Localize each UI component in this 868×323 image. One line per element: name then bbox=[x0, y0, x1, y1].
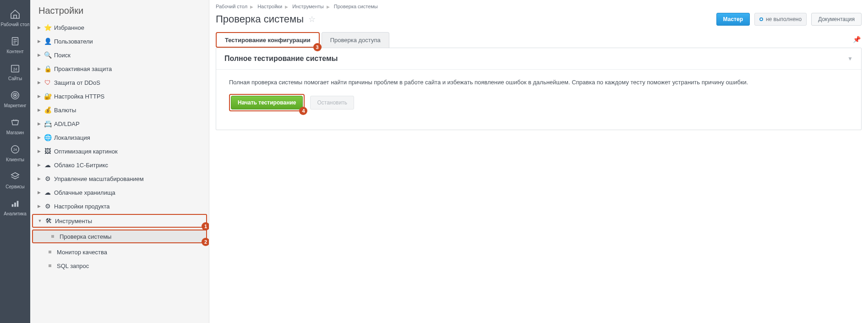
nav-services[interactable]: Сервисы bbox=[0, 166, 30, 193]
tools-icon: 🛠 bbox=[45, 217, 52, 224]
favorite-star-icon[interactable]: ☆ bbox=[308, 14, 316, 24]
svg-rect-16 bbox=[17, 201, 19, 207]
chevron-right-icon: ▶ bbox=[36, 162, 42, 168]
tree-label: Настройки продукта bbox=[54, 203, 110, 210]
start-test-button[interactable]: Начать тестирование bbox=[231, 96, 303, 109]
annotation-badge-3: 3 bbox=[313, 43, 322, 51]
tree-item-search[interactable]: ▶🔍Поиск bbox=[30, 48, 209, 62]
start-button-highlight: Начать тестирование 4 bbox=[229, 94, 305, 111]
chevron-right-icon: ▶ bbox=[36, 107, 42, 113]
nav-sites[interactable]: 24 Сайты bbox=[0, 58, 30, 85]
money-icon: 💰 bbox=[44, 106, 51, 114]
image-icon: 🖼 bbox=[44, 148, 51, 155]
tree-child-quality-monitor[interactable]: Монитор качества bbox=[30, 245, 209, 259]
panel-header[interactable]: Полное тестирование системы ▼ bbox=[216, 48, 861, 70]
storage-icon: ☁ bbox=[44, 189, 51, 196]
chevron-right-icon: ▶ bbox=[36, 175, 42, 182]
breadcrumb-item[interactable]: Настройки bbox=[257, 4, 282, 9]
nav-label: Рабочий стол bbox=[1, 22, 30, 27]
status-indicator: не выполнено bbox=[754, 13, 807, 26]
nav-analytics[interactable]: Аналитика bbox=[0, 193, 30, 220]
tree-item-adldap[interactable]: ▶📇AD/LDAP bbox=[30, 117, 209, 131]
panel-description: Полная проверка системы помогает найти п… bbox=[229, 79, 848, 86]
tree-item-currency[interactable]: ▶💰Валюты bbox=[30, 103, 209, 117]
shield-icon: 🛡 bbox=[44, 79, 51, 86]
tree-item-storage[interactable]: ▶☁Облачные хранилища bbox=[30, 186, 209, 199]
tab-config-test[interactable]: Тестирование конфигурации 3 bbox=[216, 32, 320, 48]
breadcrumb-item[interactable]: Инструменты bbox=[292, 4, 324, 9]
tree-item-favorites[interactable]: ▶⭐Избранное bbox=[30, 21, 209, 34]
chevron-down-icon: ▼ bbox=[847, 55, 853, 62]
svg-rect-14 bbox=[12, 204, 14, 207]
chevron-right-icon: ▶ bbox=[327, 5, 330, 9]
tab-label: Тестирование конфигурации bbox=[225, 37, 311, 44]
nav-desktop[interactable]: Рабочий стол bbox=[0, 4, 30, 31]
tree-item-ddos[interactable]: ▶🛡Защита от DDoS bbox=[30, 76, 209, 89]
nav-label: Аналитика bbox=[4, 211, 27, 216]
tree-child-system-check[interactable]: Проверка системы 2 bbox=[32, 230, 207, 243]
tree-item-cloud[interactable]: ▶☁Облако 1С-Битрикс bbox=[30, 158, 209, 172]
scale-icon: ⚙ bbox=[44, 175, 51, 182]
annotation-badge-2: 2 bbox=[202, 238, 209, 246]
tree-item-tools[interactable]: ▼ 🛠 Инструменты 1 bbox=[32, 214, 207, 228]
house-icon bbox=[9, 8, 21, 20]
tree-item-imgopt[interactable]: ▶🖼Оптимизация картинок bbox=[30, 144, 209, 158]
user-icon: 👤 bbox=[44, 38, 51, 45]
breadcrumb-item[interactable]: Проверка системы bbox=[334, 4, 378, 9]
tree-label: Настройка HTTPS bbox=[54, 93, 104, 100]
cart-icon bbox=[9, 116, 21, 128]
tree-child-sql[interactable]: SQL запрос bbox=[30, 259, 209, 273]
tree-item-productsettings[interactable]: ▶⚙Настройки продукта bbox=[30, 199, 209, 213]
tree-label: Проактивная защита bbox=[54, 66, 112, 72]
chevron-right-icon: ▶ bbox=[36, 120, 42, 127]
nav-label: Сайты bbox=[8, 76, 22, 81]
chevron-right-icon: ▶ bbox=[36, 66, 42, 72]
tree-item-scale[interactable]: ▶⚙Управление масштабированием bbox=[30, 172, 209, 186]
tree-item-proactive[interactable]: ▶🔒Проактивная защита bbox=[30, 62, 209, 76]
layers-icon bbox=[9, 170, 21, 182]
lock-icon: 🔒 bbox=[44, 65, 51, 72]
chevron-right-icon: ▶ bbox=[36, 79, 42, 86]
chevron-right-icon: ▶ bbox=[36, 134, 42, 141]
bullet-icon bbox=[49, 251, 51, 253]
nav-marketing[interactable]: Маркетинг bbox=[0, 85, 30, 112]
nav-content[interactable]: Контент bbox=[0, 31, 30, 58]
nav-label: Сервисы bbox=[5, 184, 24, 189]
clients-icon: 24 bbox=[9, 143, 21, 155]
tree-label: Облако 1С-Битрикс bbox=[54, 162, 108, 169]
tab-access-check[interactable]: Проверка доступа bbox=[322, 32, 389, 48]
chevron-right-icon: ▶ bbox=[36, 189, 42, 196]
main: Рабочий стол▶ Настройки▶ Инструменты▶ Пр… bbox=[209, 0, 868, 323]
left-nav: Рабочий стол Контент 24 Сайты Маркетинг … bbox=[0, 0, 30, 323]
chevron-right-icon: ▶ bbox=[36, 148, 42, 154]
chevron-right-icon: ▶ bbox=[36, 93, 42, 99]
page-title: Проверка системы bbox=[216, 13, 304, 25]
stop-test-button[interactable]: Остановить bbox=[310, 96, 354, 109]
nav-label: Магазин bbox=[6, 130, 24, 135]
tree-item-users[interactable]: ▶👤Пользователи bbox=[30, 34, 209, 48]
pin-icon[interactable]: 📌 bbox=[853, 36, 861, 43]
target-icon bbox=[9, 89, 21, 101]
tree-label: Оптимизация картинок bbox=[54, 148, 118, 155]
nav-label: Маркетинг bbox=[4, 103, 27, 108]
star-icon: ⭐ bbox=[44, 24, 51, 31]
chevron-down-icon: ▼ bbox=[37, 218, 43, 224]
nav-label: Контент bbox=[6, 49, 23, 54]
nav-shop[interactable]: Магазин bbox=[0, 112, 30, 139]
chart-icon bbox=[9, 197, 21, 209]
tree-item-https[interactable]: ▶🔐Настройка HTTPS bbox=[30, 89, 209, 103]
gear-icon: ⚙ bbox=[44, 203, 51, 210]
nav-clients[interactable]: 24 Клиенты bbox=[0, 139, 30, 166]
tab-label: Проверка доступа bbox=[330, 37, 381, 44]
tree-label: Поиск bbox=[54, 52, 71, 59]
svg-text:24: 24 bbox=[13, 67, 17, 71]
tree-item-localization[interactable]: ▶🌐Локализация bbox=[30, 131, 209, 144]
chevron-right-icon: ▶ bbox=[36, 203, 42, 209]
documentation-button[interactable]: Документация bbox=[811, 13, 862, 26]
tree-label: Облачные хранилища bbox=[54, 189, 115, 196]
breadcrumb: Рабочий стол▶ Настройки▶ Инструменты▶ Пр… bbox=[209, 0, 868, 11]
tree-label: Управление масштабированием bbox=[54, 175, 144, 182]
svg-text:24: 24 bbox=[13, 148, 17, 152]
breadcrumb-item[interactable]: Рабочий стол bbox=[216, 4, 247, 9]
master-button[interactable]: Мастер bbox=[716, 13, 750, 26]
